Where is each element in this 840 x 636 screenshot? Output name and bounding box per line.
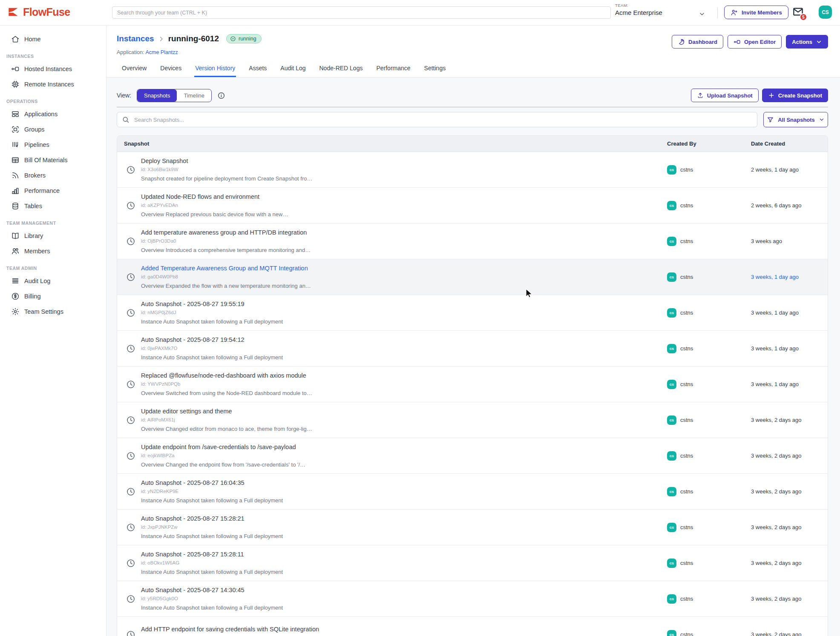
top-header: FlowFuse TEAM: Acme Enterprise Invite Me… — [0, 0, 840, 26]
snapshot-title[interactable]: Added Temperature Awareness Group and MQ… — [141, 265, 667, 272]
team-selector[interactable]: TEAM: Acme Enterprise — [615, 3, 713, 23]
actions-button[interactable]: Actions — [786, 35, 828, 49]
table-row[interactable]: Auto Snapshot - 2025-08-27 16:04:35 id: … — [117, 474, 828, 510]
sidebar-item-home[interactable]: Home — [0, 32, 106, 47]
clock-icon — [126, 237, 135, 246]
creator-name: cstns — [680, 166, 693, 173]
snapshot-filter-dropdown[interactable]: All Snapshots — [763, 112, 828, 127]
tab-overview[interactable]: Overview — [121, 62, 147, 77]
create-snapshot-button[interactable]: Create Snapshot — [762, 89, 828, 102]
creator-avatar: cs — [667, 451, 676, 461]
snapshot-title[interactable]: Auto Snapshot - 2025-08-27 16:04:35 — [141, 479, 667, 486]
date-created: 3 weeks, 2 days ago — [751, 524, 828, 530]
snapshot-title[interactable]: Replaced @flowfuse/node-red-dashboard wi… — [141, 372, 667, 379]
table-row[interactable]: Add temperature awareness group and HTTP… — [117, 223, 828, 259]
sidebar-item-tables[interactable]: Tables — [0, 198, 106, 214]
tab-version-history[interactable]: Version History — [194, 62, 236, 77]
creator-name: cstns — [680, 274, 693, 280]
tab-performance[interactable]: Performance — [375, 62, 411, 77]
page-header: Instances running-6012 running Applicati… — [106, 26, 840, 77]
notifications-button[interactable]: 5 — [792, 6, 807, 20]
table-row[interactable]: Deploy Snapshot id: X3o6Bw1k9W Snapshot … — [117, 152, 828, 188]
sidebar-item-members[interactable]: Members — [0, 244, 106, 259]
snapshot-id: id: nMGP0jZ6dJ — [141, 310, 667, 315]
sidebar-item-billing[interactable]: Billing — [0, 289, 106, 304]
library-icon — [11, 232, 20, 240]
sidebar-item-groups[interactable]: Groups — [0, 122, 106, 137]
snapshot-title[interactable]: Auto Snapshot - 2025-08-27 14:30:45 — [141, 587, 667, 593]
search-snapshots-input[interactable] — [117, 112, 757, 127]
table-row[interactable]: Add HTTP endpoint for saving credentials… — [117, 617, 828, 636]
creator-name: cstns — [680, 345, 693, 352]
team-label: TEAM: — [615, 3, 713, 8]
snapshot-title[interactable]: Update editor settings and theme — [141, 408, 667, 415]
sidebar-item-pipelines[interactable]: Pipelines — [0, 137, 106, 152]
info-icon[interactable] — [217, 92, 225, 100]
version-history-content: View: SnapshotsTimeline Upload Snapshot … — [106, 77, 840, 636]
user-avatar[interactable]: CS — [819, 6, 832, 19]
table-row[interactable]: Replaced @flowfuse/node-red-dashboard wi… — [117, 367, 828, 402]
table-row[interactable]: Update editor settings and theme id: AlR… — [117, 402, 828, 438]
application-link[interactable]: Acme Plantzz — [145, 49, 178, 55]
creator-name: cstns — [680, 488, 693, 495]
dashboard-button[interactable]: Dashboard — [672, 35, 723, 49]
table-row[interactable]: Auto Snapshot - 2025-08-27 14:30:45 id: … — [117, 581, 828, 617]
snapshot-title[interactable]: Auto Snapshot - 2025-08-27 15:28:11 — [141, 551, 667, 558]
sidebar-item-audit-log[interactable]: Audit Log — [0, 273, 106, 289]
flowfuse-logo[interactable]: FlowFuse — [7, 6, 70, 18]
tab-assets[interactable]: Assets — [248, 62, 268, 77]
sidebar-item-library[interactable]: Library — [0, 228, 106, 244]
date-created: 3 weeks, 2 days ago — [751, 488, 828, 495]
view-segment-snapshots[interactable]: Snapshots — [137, 89, 177, 102]
sidebar-item-performance[interactable]: Performance — [0, 183, 106, 198]
sidebar-item-remote-instances[interactable]: Remote Instances — [0, 77, 106, 92]
upload-snapshot-button[interactable]: Upload Snapshot — [691, 89, 759, 102]
tab-devices[interactable]: Devices — [159, 62, 182, 77]
view-segmented-control: SnapshotsTimeline — [137, 89, 212, 102]
snapshot-title[interactable]: Auto Snapshot - 2025-08-27 19:54:12 — [141, 336, 667, 343]
table-row[interactable]: Added Temperature Awareness Group and MQ… — [117, 259, 828, 295]
table-row[interactable]: Updated Node-RED flows and environment i… — [117, 188, 828, 223]
snapshot-title[interactable]: Add temperature awareness group and HTTP… — [141, 229, 667, 236]
sidebar-item-brokers[interactable]: Brokers — [0, 168, 106, 183]
sidebar-item-team-settings[interactable]: Team Settings — [0, 304, 106, 319]
tab-audit-log[interactable]: Audit Log — [279, 62, 306, 77]
date-created: 2 weeks, 1 day ago — [751, 166, 828, 173]
snapshot-title[interactable]: Auto Snapshot - 2025-08-27 19:55:19 — [141, 301, 667, 307]
snapshot-title[interactable]: Deploy Snapshot — [141, 158, 667, 164]
tab-node-red-logs[interactable]: Node-RED Logs — [319, 62, 364, 77]
sidebar-item-applications[interactable]: Applications — [0, 106, 106, 122]
main-area: Instances running-6012 running Applicati… — [106, 26, 840, 636]
upload-icon — [697, 92, 704, 99]
remote-instances-icon — [11, 80, 20, 89]
sidebar-item-bill-of-materials[interactable]: Bill Of Materials — [0, 152, 106, 168]
open-editor-button[interactable]: Open Editor — [728, 35, 782, 49]
snapshot-title[interactable]: Updated Node-RED flows and environment — [141, 193, 667, 200]
team-settings-icon — [11, 307, 20, 316]
creator-name: cstns — [680, 631, 693, 636]
creator-avatar: cs — [667, 272, 676, 282]
table-row[interactable]: Auto Snapshot - 2025-08-27 15:28:21 id: … — [117, 510, 828, 545]
snapshot-title[interactable]: Auto Snapshot - 2025-08-27 15:28:21 — [141, 515, 667, 522]
view-segment-timeline[interactable]: Timeline — [177, 89, 211, 102]
global-search-input[interactable] — [112, 6, 611, 19]
view-label: View: — [117, 92, 131, 99]
table-row[interactable]: Update endpoint from /save-credentials t… — [117, 438, 828, 474]
creator-name: cstns — [680, 309, 693, 316]
tab-settings[interactable]: Settings — [423, 62, 447, 77]
snapshot-title[interactable]: Add HTTP endpoint for saving credentials… — [141, 626, 667, 633]
clock-icon — [126, 415, 135, 425]
sidebar-section: OPERATIONS Applications Groups Pipelines… — [0, 92, 106, 214]
date-created: 3 weeks, 2 days ago — [751, 453, 828, 459]
sidebar-item-hosted-instances[interactable]: Hosted Instances — [0, 61, 106, 77]
breadcrumb-instances-link[interactable]: Instances — [117, 34, 154, 43]
table-row[interactable]: Auto Snapshot - 2025-08-27 19:55:19 id: … — [117, 295, 828, 331]
snapshot-title[interactable]: Update endpoint from /save-credentials t… — [141, 444, 667, 450]
table-row[interactable]: Auto Snapshot - 2025-08-27 15:28:11 id: … — [117, 545, 828, 581]
performance-icon — [11, 186, 20, 195]
pie-chart-icon — [678, 38, 685, 46]
table-row[interactable]: Auto Snapshot - 2025-08-27 19:54:12 id: … — [117, 331, 828, 367]
flowfuse-logo-text: FlowFuse — [23, 6, 70, 18]
date-created: 3 weeks, 2 days ago — [751, 417, 828, 423]
invite-members-button[interactable]: Invite Members — [724, 6, 788, 19]
